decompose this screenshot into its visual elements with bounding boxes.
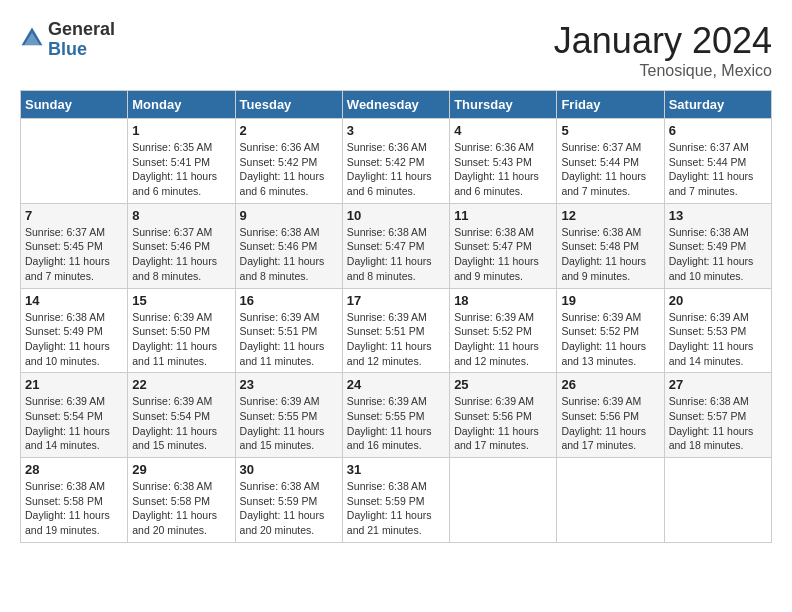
day-info: Sunrise: 6:38 AMSunset: 5:48 PMDaylight:…	[561, 225, 659, 284]
calendar-header: SundayMondayTuesdayWednesdayThursdayFrid…	[21, 91, 772, 119]
calendar-cell	[557, 458, 664, 543]
day-number: 19	[561, 293, 659, 308]
day-number: 25	[454, 377, 552, 392]
day-number: 16	[240, 293, 338, 308]
day-of-week-header: Friday	[557, 91, 664, 119]
day-info: Sunrise: 6:37 AMSunset: 5:44 PMDaylight:…	[669, 140, 767, 199]
calendar-cell: 9Sunrise: 6:38 AMSunset: 5:46 PMDaylight…	[235, 203, 342, 288]
day-info: Sunrise: 6:37 AMSunset: 5:44 PMDaylight:…	[561, 140, 659, 199]
calendar-cell: 2Sunrise: 6:36 AMSunset: 5:42 PMDaylight…	[235, 119, 342, 204]
calendar-title: January 2024	[554, 20, 772, 62]
day-number: 26	[561, 377, 659, 392]
day-info: Sunrise: 6:35 AMSunset: 5:41 PMDaylight:…	[132, 140, 230, 199]
day-number: 17	[347, 293, 445, 308]
day-number: 2	[240, 123, 338, 138]
day-number: 30	[240, 462, 338, 477]
day-number: 23	[240, 377, 338, 392]
calendar-cell: 27Sunrise: 6:38 AMSunset: 5:57 PMDayligh…	[664, 373, 771, 458]
calendar-cell: 11Sunrise: 6:38 AMSunset: 5:47 PMDayligh…	[450, 203, 557, 288]
day-info: Sunrise: 6:39 AMSunset: 5:55 PMDaylight:…	[240, 394, 338, 453]
day-number: 20	[669, 293, 767, 308]
calendar-cell: 21Sunrise: 6:39 AMSunset: 5:54 PMDayligh…	[21, 373, 128, 458]
day-info: Sunrise: 6:38 AMSunset: 5:47 PMDaylight:…	[454, 225, 552, 284]
day-number: 7	[25, 208, 123, 223]
day-of-week-header: Thursday	[450, 91, 557, 119]
calendar-cell: 5Sunrise: 6:37 AMSunset: 5:44 PMDaylight…	[557, 119, 664, 204]
logo-blue-text: Blue	[48, 40, 115, 60]
calendar-cell: 1Sunrise: 6:35 AMSunset: 5:41 PMDaylight…	[128, 119, 235, 204]
calendar-cell: 24Sunrise: 6:39 AMSunset: 5:55 PMDayligh…	[342, 373, 449, 458]
day-number: 18	[454, 293, 552, 308]
calendar-cell: 16Sunrise: 6:39 AMSunset: 5:51 PMDayligh…	[235, 288, 342, 373]
day-info: Sunrise: 6:36 AMSunset: 5:42 PMDaylight:…	[347, 140, 445, 199]
calendar-cell: 13Sunrise: 6:38 AMSunset: 5:49 PMDayligh…	[664, 203, 771, 288]
day-number: 22	[132, 377, 230, 392]
logo-general-text: General	[48, 20, 115, 40]
day-number: 9	[240, 208, 338, 223]
calendar-body: 1Sunrise: 6:35 AMSunset: 5:41 PMDaylight…	[21, 119, 772, 543]
calendar-cell	[664, 458, 771, 543]
day-number: 4	[454, 123, 552, 138]
calendar-cell: 25Sunrise: 6:39 AMSunset: 5:56 PMDayligh…	[450, 373, 557, 458]
calendar-cell: 12Sunrise: 6:38 AMSunset: 5:48 PMDayligh…	[557, 203, 664, 288]
day-info: Sunrise: 6:39 AMSunset: 5:56 PMDaylight:…	[454, 394, 552, 453]
calendar-cell: 8Sunrise: 6:37 AMSunset: 5:46 PMDaylight…	[128, 203, 235, 288]
calendar-cell: 26Sunrise: 6:39 AMSunset: 5:56 PMDayligh…	[557, 373, 664, 458]
day-number: 12	[561, 208, 659, 223]
day-info: Sunrise: 6:36 AMSunset: 5:42 PMDaylight:…	[240, 140, 338, 199]
day-number: 1	[132, 123, 230, 138]
day-number: 10	[347, 208, 445, 223]
day-number: 6	[669, 123, 767, 138]
calendar-cell: 31Sunrise: 6:38 AMSunset: 5:59 PMDayligh…	[342, 458, 449, 543]
day-number: 5	[561, 123, 659, 138]
day-info: Sunrise: 6:39 AMSunset: 5:51 PMDaylight:…	[347, 310, 445, 369]
day-number: 24	[347, 377, 445, 392]
calendar-cell: 6Sunrise: 6:37 AMSunset: 5:44 PMDaylight…	[664, 119, 771, 204]
calendar-cell: 18Sunrise: 6:39 AMSunset: 5:52 PMDayligh…	[450, 288, 557, 373]
calendar-cell: 14Sunrise: 6:38 AMSunset: 5:49 PMDayligh…	[21, 288, 128, 373]
day-of-week-header: Wednesday	[342, 91, 449, 119]
day-of-week-header: Saturday	[664, 91, 771, 119]
day-info: Sunrise: 6:39 AMSunset: 5:52 PMDaylight:…	[454, 310, 552, 369]
day-info: Sunrise: 6:39 AMSunset: 5:52 PMDaylight:…	[561, 310, 659, 369]
day-info: Sunrise: 6:38 AMSunset: 5:46 PMDaylight:…	[240, 225, 338, 284]
calendar-cell	[21, 119, 128, 204]
calendar-cell: 23Sunrise: 6:39 AMSunset: 5:55 PMDayligh…	[235, 373, 342, 458]
day-number: 8	[132, 208, 230, 223]
day-info: Sunrise: 6:39 AMSunset: 5:54 PMDaylight:…	[132, 394, 230, 453]
day-number: 28	[25, 462, 123, 477]
day-number: 14	[25, 293, 123, 308]
calendar-cell: 29Sunrise: 6:38 AMSunset: 5:58 PMDayligh…	[128, 458, 235, 543]
calendar-cell: 20Sunrise: 6:39 AMSunset: 5:53 PMDayligh…	[664, 288, 771, 373]
calendar-table: SundayMondayTuesdayWednesdayThursdayFrid…	[20, 90, 772, 543]
day-info: Sunrise: 6:39 AMSunset: 5:50 PMDaylight:…	[132, 310, 230, 369]
day-info: Sunrise: 6:37 AMSunset: 5:45 PMDaylight:…	[25, 225, 123, 284]
calendar-cell: 15Sunrise: 6:39 AMSunset: 5:50 PMDayligh…	[128, 288, 235, 373]
calendar-cell: 10Sunrise: 6:38 AMSunset: 5:47 PMDayligh…	[342, 203, 449, 288]
calendar-cell: 19Sunrise: 6:39 AMSunset: 5:52 PMDayligh…	[557, 288, 664, 373]
calendar-cell	[450, 458, 557, 543]
calendar-cell: 3Sunrise: 6:36 AMSunset: 5:42 PMDaylight…	[342, 119, 449, 204]
day-info: Sunrise: 6:38 AMSunset: 5:58 PMDaylight:…	[132, 479, 230, 538]
day-number: 21	[25, 377, 123, 392]
page-header: General Blue January 2024 Tenosique, Mex…	[20, 20, 772, 80]
day-info: Sunrise: 6:39 AMSunset: 5:56 PMDaylight:…	[561, 394, 659, 453]
day-info: Sunrise: 6:39 AMSunset: 5:55 PMDaylight:…	[347, 394, 445, 453]
calendar-cell: 30Sunrise: 6:38 AMSunset: 5:59 PMDayligh…	[235, 458, 342, 543]
day-of-week-header: Tuesday	[235, 91, 342, 119]
calendar-location: Tenosique, Mexico	[554, 62, 772, 80]
day-info: Sunrise: 6:38 AMSunset: 5:47 PMDaylight:…	[347, 225, 445, 284]
calendar-cell: 28Sunrise: 6:38 AMSunset: 5:58 PMDayligh…	[21, 458, 128, 543]
title-block: January 2024 Tenosique, Mexico	[554, 20, 772, 80]
day-info: Sunrise: 6:39 AMSunset: 5:51 PMDaylight:…	[240, 310, 338, 369]
day-number: 15	[132, 293, 230, 308]
day-info: Sunrise: 6:38 AMSunset: 5:58 PMDaylight:…	[25, 479, 123, 538]
calendar-cell: 17Sunrise: 6:39 AMSunset: 5:51 PMDayligh…	[342, 288, 449, 373]
day-info: Sunrise: 6:39 AMSunset: 5:54 PMDaylight:…	[25, 394, 123, 453]
day-number: 3	[347, 123, 445, 138]
day-info: Sunrise: 6:38 AMSunset: 5:59 PMDaylight:…	[240, 479, 338, 538]
calendar-cell: 22Sunrise: 6:39 AMSunset: 5:54 PMDayligh…	[128, 373, 235, 458]
day-number: 13	[669, 208, 767, 223]
day-of-week-header: Sunday	[21, 91, 128, 119]
day-info: Sunrise: 6:38 AMSunset: 5:49 PMDaylight:…	[25, 310, 123, 369]
